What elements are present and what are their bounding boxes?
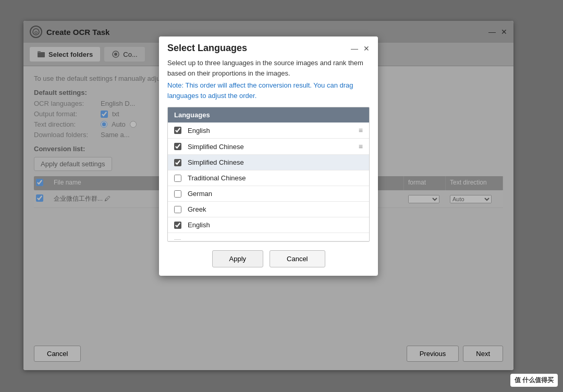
list-item-partial: — bbox=[168, 233, 369, 241]
language-table: Languages English ≡ Simplified Chinese bbox=[167, 107, 370, 242]
lang-checkbox-simplified2[interactable] bbox=[174, 159, 181, 166]
list-item: English bbox=[168, 217, 369, 233]
dialog-note: Note: This order will affect the convers… bbox=[167, 80, 370, 101]
lang-checkbox-simplified1[interactable] bbox=[174, 143, 181, 150]
apply-button[interactable]: Apply bbox=[212, 250, 264, 267]
lang-checkbox-greek[interactable] bbox=[174, 206, 181, 213]
lang-checkbox-english1[interactable] bbox=[174, 127, 181, 134]
dialog-body: Select up to three languages in the sour… bbox=[159, 58, 378, 276]
lang-name-english2: English bbox=[188, 221, 363, 229]
lang-checkbox-german[interactable] bbox=[174, 190, 181, 198]
list-item: Simplified Chinese bbox=[168, 155, 369, 170]
drag-handle-simplified1[interactable]: ≡ bbox=[359, 142, 363, 151]
lang-name-german: German bbox=[188, 190, 363, 198]
dialog-titlebar: Select Languages — ✕ bbox=[159, 36, 378, 58]
lang-name-greek: Greek bbox=[188, 205, 363, 213]
watermark: 值 什么值得买 bbox=[510, 374, 558, 387]
watermark-text: 值 什么值得买 bbox=[515, 376, 554, 384]
dialog-buttons: Apply Cancel bbox=[167, 250, 370, 267]
select-languages-dialog: Select Languages — ✕ Select up to three … bbox=[159, 36, 378, 276]
main-window: O Create OCR Task — ✕ Select folders Co.… bbox=[23, 21, 513, 370]
lang-name-simplified2: Simplified Chinese bbox=[188, 158, 363, 166]
lang-checkbox-traditional[interactable] bbox=[174, 175, 181, 182]
drag-handle-english1[interactable]: ≡ bbox=[359, 126, 363, 134]
lang-name-traditional: Traditional Chinese bbox=[188, 174, 363, 182]
dialog-minimize-button[interactable]: — bbox=[351, 44, 358, 53]
cancel-dialog-button[interactable]: Cancel bbox=[270, 250, 325, 267]
list-item: Greek bbox=[168, 202, 369, 217]
language-table-header: Languages bbox=[168, 107, 369, 123]
list-item: Simplified Chinese ≡ bbox=[168, 139, 369, 155]
modal-overlay: Select Languages — ✕ Select up to three … bbox=[23, 21, 513, 370]
list-item: German bbox=[168, 186, 369, 202]
dialog-title: Select Languages bbox=[167, 43, 247, 54]
list-item: English ≡ bbox=[168, 123, 369, 139]
dialog-controls: — ✕ bbox=[351, 44, 370, 53]
lang-name-english1: English bbox=[188, 127, 354, 134]
lang-name-simplified1: Simplified Chinese bbox=[188, 143, 354, 151]
list-item: Traditional Chinese bbox=[168, 170, 369, 186]
lang-checkbox-english2[interactable] bbox=[174, 222, 181, 229]
dialog-description: Select up to three languages in the sour… bbox=[167, 58, 370, 78]
dialog-close-button[interactable]: ✕ bbox=[363, 44, 370, 53]
language-table-body: English ≡ Simplified Chinese ≡ Simpl bbox=[168, 123, 369, 241]
